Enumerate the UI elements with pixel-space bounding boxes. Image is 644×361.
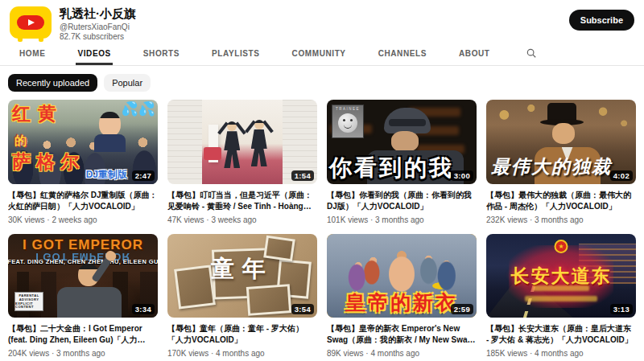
video-thumbnail[interactable]: 1:54 xyxy=(167,100,317,184)
video-title[interactable]: 【辱包】长安大道东（原曲：皇后大道东 - 罗大佑 & 蒋志光）「人力VOCALO… xyxy=(486,323,636,346)
video-meta: 204K views · 3 months ago xyxy=(8,349,158,358)
duration-badge: 3:13 xyxy=(610,304,633,314)
blurred-subtitle-art xyxy=(525,296,597,302)
tab-channels[interactable]: CHANNELS xyxy=(377,44,428,65)
channel-tabs: HOME VIDEOS SHORTS PLAYLISTS COMMUNITY C… xyxy=(0,42,644,66)
video-title[interactable]: 【辱包】红黄的萨格尔 DJ重制版（原曲：火红的萨日朗）「人力VOCALOID」 xyxy=(8,190,158,212)
subscriber-count: 82.7K subscribers xyxy=(60,32,636,41)
video-thumbnail[interactable]: TRAINEE SWAT 你看到的我 3:00 xyxy=(327,100,477,184)
video-title[interactable]: 【辱包】二十大金曲：I Got Emperor (feat. Ding Zhen… xyxy=(8,323,158,346)
thumbnail-overlay-text: 童年 xyxy=(211,253,274,285)
avatar-tv-feet xyxy=(18,38,23,42)
video-meta: 185K views · 4 months ago xyxy=(486,349,636,358)
filter-chip-bar: Recently uploaded Popular xyxy=(0,66,644,100)
dancer-figure-art xyxy=(218,121,246,168)
video-thumbnail[interactable]: I GOT EMPEROR I GOT EMPEROR FEAT. DING Z… xyxy=(8,234,158,318)
channel-handle: @RutersXiaoFanQi xyxy=(60,23,636,31)
tab-playlists[interactable]: PLAYLISTS xyxy=(210,44,262,65)
tab-community[interactable]: COMMUNITY xyxy=(291,44,348,65)
video-thumbnail[interactable]: ★ 长安大道东 3:13 xyxy=(486,234,636,318)
duration-badge: 3:00 xyxy=(451,170,473,181)
video-meta: 170K views · 4 months ago xyxy=(167,349,317,358)
video-title[interactable]: 【辱包】你看到的我（原曲：你看到的我 DJ版）「人力VOCALOID」 xyxy=(327,190,477,212)
photo-art xyxy=(246,284,291,316)
thumbnail-face-art xyxy=(552,123,575,144)
dancer-arms-art xyxy=(246,115,273,131)
duration-badge: 2:47 xyxy=(132,170,155,181)
national-emblem-icon: ★ xyxy=(555,240,568,253)
video-thumbnail[interactable]: 最伟大的独裁 4:02 xyxy=(486,100,636,184)
thumbnail-face-art xyxy=(391,131,419,152)
dancer-figure-art xyxy=(246,120,273,166)
video-thumbnail[interactable]: 童年 3:54 xyxy=(167,234,317,318)
tab-home[interactable]: HOME xyxy=(18,44,47,65)
video-card[interactable]: 童年 3:54 【辱包】童年（原曲：童年 - 罗大佑）「人力VOCALOID」 … xyxy=(167,234,317,359)
helmet-art xyxy=(384,108,431,133)
video-card[interactable]: I GOT EMPEROR I GOT EMPEROR FEAT. DING Z… xyxy=(8,234,158,359)
album-cover-label: TRAINEE xyxy=(336,107,360,111)
tab-videos[interactable]: VIDEOS xyxy=(76,44,112,65)
video-title[interactable]: 【辱包】皇帝的新衣 Emperor's New Swag（原曲：我的新衣 / M… xyxy=(327,323,477,346)
blurred-subtitle-art xyxy=(533,285,589,291)
video-meta: 30K views · 2 weeks ago xyxy=(8,215,158,224)
sweat-drops-emoji: 💦💦 xyxy=(122,101,155,117)
album-cover-art: TRAINEE xyxy=(332,105,364,138)
search-icon[interactable] xyxy=(526,47,537,65)
video-title[interactable]: 【辱包】最伟大的独裁（原曲：最伟大的作品 - 周杰伦）「人力VOCALOID」 xyxy=(486,190,636,212)
thumbnail-overlay-text: 萨格尔 xyxy=(12,150,85,174)
video-thumbnail[interactable]: 皇帝的新衣 2:59 xyxy=(327,234,477,318)
subscribe-button[interactable]: Subscribe xyxy=(569,10,634,31)
video-meta: 89K views · 4 months ago xyxy=(327,349,477,358)
suit-art xyxy=(57,287,122,318)
video-meta: 101K views · 3 months ago xyxy=(327,215,477,224)
thumbnail-overlay-text: 红黄 xyxy=(12,101,64,126)
duration-badge: 1:54 xyxy=(291,170,314,181)
channel-name: 乳透社·小反旗 xyxy=(60,6,636,22)
video-title[interactable]: 【辱包】童年（原曲：童年 - 罗大佑）「人力VOCALOID」 xyxy=(167,323,317,346)
video-grid: 红黄 的 萨格尔 💦💦 DJ重制版 2:47 【辱包】红黄的萨格尔 DJ重制版（… xyxy=(0,100,644,358)
chip-recently-uploaded[interactable]: Recently uploaded xyxy=(8,74,97,92)
video-meta: 47K views · 3 weeks ago xyxy=(167,215,317,224)
dancer-arms-art xyxy=(218,117,246,133)
channel-header: 乳透社·小反旗 @RutersXiaoFanQi 82.7K subscribe… xyxy=(0,0,644,42)
duration-badge: 3:54 xyxy=(291,304,314,314)
parental-advisory-label: PARENTAL ADVISORY EXPLICIT CONTENT xyxy=(14,292,43,311)
thumbnail-overlay-text: 最伟大的独裁 xyxy=(491,154,612,179)
duration-badge: 4:02 xyxy=(610,170,633,181)
thumbnail-overlay-text: 你看到的我 xyxy=(329,153,454,183)
video-card[interactable]: TRAINEE SWAT 你看到的我 3:00 【辱包】你看到的我（原曲：你看到… xyxy=(327,100,477,224)
channel-info: 乳透社·小反旗 @RutersXiaoFanQi 82.7K subscribe… xyxy=(60,6,636,41)
thumbnail-overlay-text: I GOT EMPEROR xyxy=(23,237,143,253)
top-hat-art xyxy=(547,103,576,121)
video-card[interactable]: 红黄 的 萨格尔 💦💦 DJ重制版 2:47 【辱包】红黄的萨格尔 DJ重制版（… xyxy=(8,100,158,224)
thumbnail-overlay-text: 皇帝的新衣 xyxy=(345,289,458,316)
tab-shorts[interactable]: SHORTS xyxy=(142,44,181,65)
thumbnail-overlay-text: 的 xyxy=(14,133,27,149)
duration-badge: 3:34 xyxy=(132,304,155,314)
advisory-text: EXPLICIT CONTENT xyxy=(15,302,43,309)
smiley-face-icon xyxy=(338,113,357,133)
duration-badge: 2:59 xyxy=(451,304,473,314)
video-card[interactable]: 皇帝的新衣 2:59 【辱包】皇帝的新衣 Emperor's New Swag（… xyxy=(327,234,477,359)
photo-art xyxy=(174,265,216,310)
video-card[interactable]: 最伟大的独裁 4:02 【辱包】最伟大的独裁（原曲：最伟大的作品 - 周杰伦）「… xyxy=(486,100,636,224)
channel-avatar[interactable] xyxy=(10,6,52,39)
thumbnail-face-art xyxy=(99,112,121,137)
video-title[interactable]: 【辱包】叮叮当当，但是习近平（原曲：见爱响铃 - 黄垂玲 / See Tinh … xyxy=(167,190,317,212)
video-meta: 232K views · 3 months ago xyxy=(486,215,636,224)
video-card[interactable]: ★ 长安大道东 3:13 【辱包】长安大道东（原曲：皇后大道东 - 罗大佑 & … xyxy=(486,234,636,359)
thumbnail-overlay-badge: DJ重制版 xyxy=(86,168,127,182)
tab-about[interactable]: ABOUT xyxy=(457,44,492,65)
video-card[interactable]: 1:54 【辱包】叮叮当当，但是习近平（原曲：见爱响铃 - 黄垂玲 / See … xyxy=(167,100,317,224)
video-thumbnail[interactable]: 红黄 的 萨格尔 💦💦 DJ重制版 2:47 xyxy=(8,100,158,184)
chip-popular[interactable]: Popular xyxy=(104,74,151,92)
